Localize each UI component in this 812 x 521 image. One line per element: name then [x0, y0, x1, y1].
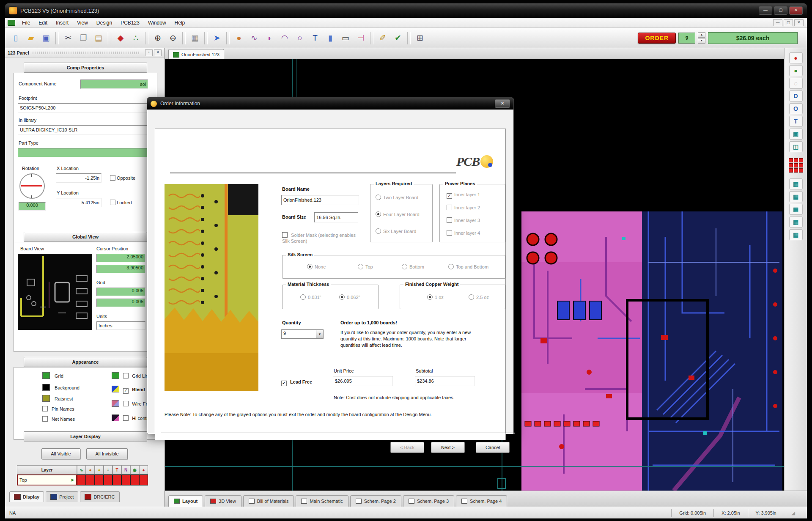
rail-red-marker-icon[interactable]: ●: [789, 52, 803, 63]
lead-free-checkbox-box[interactable]: ✓: [281, 381, 287, 386]
six-layer-radio[interactable]: Six Layer Board: [376, 228, 416, 234]
blend-swatch[interactable]: [112, 386, 119, 392]
rail-green-marker-icon[interactable]: ●: [789, 65, 803, 76]
circle-tool-icon[interactable]: ○: [293, 31, 307, 45]
x-location-field[interactable]: -1.25in: [56, 173, 102, 183]
rail-blue-t-icon[interactable]: T: [789, 116, 803, 127]
grid-lines-checkbox[interactable]: [123, 373, 129, 378]
components-icon[interactable]: ∴: [129, 31, 143, 45]
cancel-button[interactable]: Cancel: [476, 442, 510, 453]
locked-checkbox[interactable]: Locked: [110, 200, 132, 205]
zoom-out-icon[interactable]: ⊖: [166, 31, 180, 45]
pad-tool-icon[interactable]: ●: [232, 31, 246, 45]
menu-pcb123[interactable]: PCB123: [116, 19, 144, 27]
quantity-value[interactable]: 9: [281, 329, 316, 339]
rail-blue-o-icon[interactable]: O: [789, 103, 803, 114]
rail-teal-split-icon[interactable]: ◫: [789, 141, 803, 152]
rail-ring-icon[interactable]: ◌: [789, 78, 803, 89]
solder-mask-checkbox[interactable]: Solder Mask (selecting enables Silk Scre…: [282, 232, 362, 244]
layer-visibility-cell[interactable]: [77, 474, 86, 485]
component-name-field[interactable]: sol: [80, 80, 148, 89]
layer-col-via-icon[interactable]: ●: [95, 465, 104, 474]
rail-layerset-4-icon[interactable]: ▦: [789, 217, 803, 228]
blend-row[interactable]: ✓ Blend: [112, 386, 145, 394]
document-tab[interactable]: OrionFinished.123: [168, 49, 224, 60]
layer-col-plus-icon[interactable]: +: [104, 465, 112, 474]
paste-icon[interactable]: ▤: [91, 31, 106, 45]
rotation-dial[interactable]: [19, 173, 45, 199]
tab-schem-page-3[interactable]: Schem. Page 3: [403, 495, 454, 507]
rail-layerset-5-icon[interactable]: ▦: [789, 229, 803, 240]
board-view-thumbnail[interactable]: [18, 254, 92, 330]
opposite-checkbox[interactable]: Opposite: [110, 175, 135, 181]
tab-bill-of-materials[interactable]: Bill of Materials: [243, 495, 294, 507]
menu-window[interactable]: Window: [144, 19, 170, 27]
board-size-field[interactable]: 16.56 Sq.In.: [314, 212, 358, 222]
layer-col-pad-icon[interactable]: ●: [86, 465, 95, 474]
inner-layer-1-checkbox[interactable]: ✓Inner layer 1: [447, 192, 480, 199]
order-button[interactable]: ORDER: [638, 33, 676, 44]
save-icon[interactable]: ▣: [39, 31, 53, 45]
menu-edit[interactable]: Edit: [34, 19, 52, 27]
all-invisible-button[interactable]: All Invisible: [86, 448, 128, 459]
rect-tool-icon[interactable]: ▭: [338, 31, 353, 45]
blend-checkbox[interactable]: ✓: [123, 388, 129, 394]
text-tool-icon[interactable]: T: [308, 31, 322, 45]
print-icon[interactable]: ▦: [188, 31, 202, 45]
comp-properties-header[interactable]: Comp Properties: [24, 63, 147, 73]
thickness-031-radio[interactable]: 0.031": [300, 294, 321, 300]
rail-layerset-2-icon[interactable]: ▦: [789, 191, 803, 202]
hi-contrast-swatch[interactable]: [112, 414, 119, 421]
panel-tab-display[interactable]: Display: [9, 491, 44, 502]
opposite-checkbox-box[interactable]: [110, 175, 115, 181]
copper-1oz-radio[interactable]: 1 oz: [427, 294, 444, 300]
zoom-in-icon[interactable]: ⊕: [151, 31, 165, 45]
trace-tool-icon[interactable]: ∿: [247, 31, 261, 45]
background-color-swatch[interactable]: [42, 384, 50, 391]
four-layer-radio[interactable]: Four Layer Board: [376, 211, 420, 217]
net-color-palette[interactable]: [789, 158, 803, 173]
plane-tool-icon[interactable]: ▮: [323, 31, 337, 45]
resize-grip[interactable]: ◢: [784, 509, 803, 517]
silk-top-radio[interactable]: Top: [358, 264, 373, 269]
in-library-field[interactable]: ULTRA DIGIKEY_IC10 SLR: [18, 125, 148, 134]
global-view-header[interactable]: Global View: [24, 232, 147, 242]
two-layer-radio[interactable]: Two Layer Board: [376, 195, 418, 200]
route-tool-icon[interactable]: ⊣: [354, 31, 368, 45]
layer-visibility-cell[interactable]: [104, 474, 112, 485]
net-names-row[interactable]: Net Names: [42, 416, 75, 422]
measure-tool-icon[interactable]: ✐: [376, 31, 390, 45]
panel-tab-project[interactable]: Project: [46, 491, 78, 502]
wire-frame-checkbox[interactable]: [123, 401, 129, 406]
thickness-062-radio[interactable]: 0.062": [339, 294, 360, 300]
menu-view[interactable]: View: [73, 19, 92, 27]
layer-visibility-cell[interactable]: [112, 474, 121, 485]
part-type-field[interactable]: [18, 148, 148, 157]
panel-pin-button[interactable]: ▫: [145, 49, 153, 56]
close-button[interactable]: ✕: [789, 6, 803, 15]
solder-mask-checkbox-box[interactable]: [282, 232, 288, 238]
units-field[interactable]: Inches: [96, 321, 145, 330]
menu-design[interactable]: Design: [92, 19, 116, 27]
layer-row-top[interactable]: Top ➤: [17, 474, 150, 485]
inner-layer-3-checkbox[interactable]: Inner layer 3: [447, 217, 480, 223]
grid-y-field[interactable]: 0.005: [96, 299, 145, 307]
new-file-icon[interactable]: ▯: [8, 31, 23, 45]
menu-insert[interactable]: Insert: [52, 19, 73, 27]
layer-col-name-icon[interactable]: N: [121, 465, 130, 474]
pin-names-row[interactable]: Pin Names: [42, 406, 74, 411]
back-button[interactable]: < Back: [390, 442, 424, 453]
footprint-field[interactable]: SOIC8-P50-L200: [18, 103, 148, 112]
panel-drag-grip[interactable]: [33, 52, 140, 54]
tab-3d-view[interactable]: 3D View: [205, 495, 241, 507]
quantity-stepper[interactable]: ▲▼: [698, 32, 705, 44]
silk-top-bottom-radio[interactable]: Top and Bottom: [448, 264, 488, 269]
grid-settings-icon[interactable]: ⊞: [413, 31, 427, 45]
y-location-field[interactable]: 5.4125in: [56, 198, 102, 207]
layer-col-text-icon[interactable]: T: [112, 465, 121, 474]
panel-tab-drc-erc[interactable]: DRC/ERC: [80, 491, 119, 502]
order-quantity-field[interactable]: 9: [678, 33, 695, 44]
panel-close-button[interactable]: ✕: [154, 49, 162, 56]
mdi-restore-button[interactable]: ▢: [784, 19, 793, 26]
quantity-dropdown-arrow[interactable]: ▼: [316, 329, 324, 339]
